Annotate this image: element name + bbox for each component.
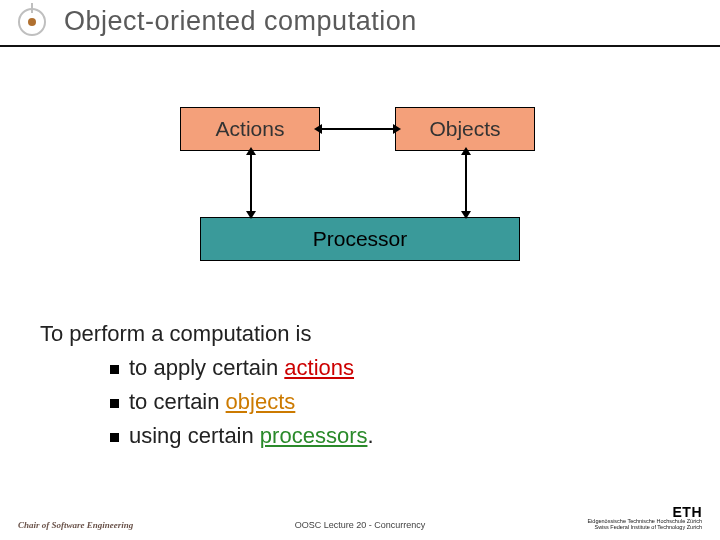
connector <box>250 151 252 217</box>
arrowhead-icon <box>461 147 471 155</box>
bullet-line: using certain processors. <box>110 419 720 453</box>
footer: Chair of Software Engineering OOSC Lectu… <box>0 505 720 530</box>
bullet-prefix: to apply certain <box>129 355 284 380</box>
bullet-line: to certain objects <box>110 385 720 419</box>
page-title: Object-oriented computation <box>64 6 417 37</box>
arrowhead-icon <box>461 211 471 219</box>
header: Object-oriented computation <box>0 0 720 37</box>
arrowhead-icon <box>246 147 256 155</box>
connector <box>320 128 395 130</box>
slide: Object-oriented computation Actions Obje… <box>0 0 720 540</box>
lead-line: To perform a computation is <box>40 317 720 351</box>
arrowhead-icon <box>314 124 322 134</box>
arrowhead-icon <box>393 124 401 134</box>
compass-icon <box>18 8 46 36</box>
eth-subline: Swiss Federal Institute of Technology Zu… <box>587 525 702 531</box>
box-processor: Processor <box>200 217 520 261</box>
footer-logo: ETH Eidgenössische Technische Hochschule… <box>587 505 702 530</box>
keyword-processors: processors <box>260 423 368 448</box>
footer-center: OOSC Lecture 20 - Concurrency <box>295 520 426 530</box>
square-bullet-icon <box>110 433 119 442</box>
square-bullet-icon <box>110 399 119 408</box>
footer-left: Chair of Software Engineering <box>18 520 133 530</box>
keyword-actions: actions <box>284 355 354 380</box>
box-actions: Actions <box>180 107 320 151</box>
square-bullet-icon <box>110 365 119 374</box>
connector <box>465 151 467 217</box>
bullet-prefix: to certain <box>129 389 226 414</box>
bullet-prefix: using certain <box>129 423 260 448</box>
bullet-line: to apply certain actions <box>110 351 720 385</box>
box-objects: Objects <box>395 107 535 151</box>
bullet-suffix: . <box>367 423 373 448</box>
divider <box>0 45 720 47</box>
diagram: Actions Objects Processor <box>150 107 570 277</box>
arrowhead-icon <box>246 211 256 219</box>
body-text: To perform a computation is to apply cer… <box>40 317 720 453</box>
keyword-objects: objects <box>226 389 296 414</box>
eth-logo-text: ETH <box>587 505 702 519</box>
